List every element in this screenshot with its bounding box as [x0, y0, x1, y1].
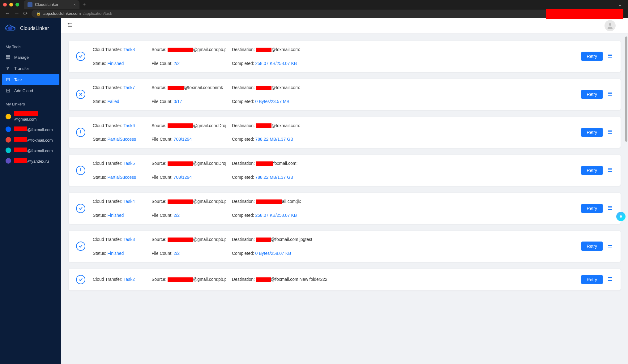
retry-button[interactable]: Retry	[581, 90, 603, 99]
linker-item[interactable]: @foxmail.com	[0, 124, 61, 135]
retry-button[interactable]: Retry	[581, 204, 603, 213]
logo-section[interactable]: CloudsLinker	[0, 18, 61, 39]
task-info: Cloud Transfer: Task4 Source: @gmail.com…	[93, 199, 574, 218]
window-close[interactable]	[3, 3, 7, 6]
nav-label: Task	[14, 77, 23, 82]
task-menu-icon[interactable]	[607, 53, 613, 60]
task-card: Cloud Transfer: Task2 Source: @gmail.com…	[69, 269, 621, 290]
grid-icon	[6, 55, 11, 60]
task-info: Cloud Transfer: Task8 Source: @gmail.com…	[93, 47, 574, 66]
task-actions: Retry	[581, 204, 613, 213]
top-bar	[61, 18, 628, 33]
task-menu-icon[interactable]	[607, 276, 613, 283]
scrollbar-thumb[interactable]	[625, 36, 627, 142]
retry-button[interactable]: Retry	[581, 166, 603, 175]
task-name-link[interactable]: Task2	[123, 277, 135, 282]
collapse-sidebar-icon[interactable]	[67, 23, 72, 29]
browser-tab[interactable]: CloudsLinker ×	[24, 0, 79, 9]
cloud-service-icon	[6, 158, 11, 164]
task-name-link[interactable]: Task5	[123, 161, 135, 166]
linker-item[interactable]: @yandex.ru	[0, 156, 61, 166]
task-status-icon	[76, 275, 85, 284]
retry-button[interactable]: Retry	[581, 128, 603, 137]
task-name-link[interactable]: Task6	[123, 123, 135, 128]
task-destination-cell: Destination: foxmail.com:	[232, 161, 574, 166]
help-bubble[interactable]	[616, 212, 626, 221]
add-cloud-icon	[6, 88, 11, 93]
task-status-cell: Status: Finished	[93, 61, 145, 66]
url-bar[interactable]: 🔒 app.cloudslinker.com/application/task	[32, 10, 623, 18]
linker-item[interactable]: @foxmail.com	[0, 145, 61, 156]
browser-chrome: CloudsLinker × + ⌄ ← → ⟳ 🔒 app.cloudslin…	[0, 0, 628, 18]
task-destination-cell: Destination: ail.com:jlx	[232, 199, 574, 204]
redacted-text	[14, 111, 38, 116]
redacted-text	[168, 277, 193, 282]
task-card: Cloud Transfer: Task3 Source: @gmail.com…	[69, 231, 621, 262]
redacted-text	[168, 86, 184, 90]
task-menu-icon[interactable]	[607, 91, 613, 98]
task-card: Cloud Transfer: Task5 Source: @gmail.com…	[69, 155, 621, 186]
task-menu-icon[interactable]	[607, 205, 613, 212]
sidebar-item-manage[interactable]: Manage	[0, 52, 61, 63]
window-controls	[3, 3, 19, 6]
nav-label: Transfer	[14, 66, 29, 71]
cloud-service-icon	[6, 114, 11, 119]
task-status-cell: Status: Failed	[93, 99, 145, 104]
svg-rect-11	[80, 172, 81, 172]
redacted-text	[168, 161, 193, 166]
window-maximize[interactable]	[15, 3, 19, 6]
task-name-link[interactable]: Task8	[123, 47, 135, 52]
linker-item[interactable]: @foxmail.com	[0, 135, 61, 145]
retry-button[interactable]: Retry	[581, 52, 603, 61]
task-name-link[interactable]: Task4	[123, 199, 135, 204]
task-menu-icon[interactable]	[607, 167, 613, 174]
task-transfer-cell: Cloud Transfer: Task8	[93, 47, 145, 52]
tab-title: CloudsLinker	[35, 2, 58, 7]
sidebar-item-add-cloud[interactable]: Add Cloud	[0, 85, 61, 96]
reload-icon[interactable]: ⟳	[23, 10, 28, 17]
forward-icon[interactable]: →	[14, 10, 19, 17]
task-source-cell: Source: @gmail.com:Dropbox	[152, 161, 226, 166]
section-header-linkers: My Linkers	[0, 96, 61, 109]
sidebar: CloudsLinker My Tools Manage Transfer Ta…	[0, 18, 61, 364]
task-menu-icon[interactable]	[607, 129, 613, 136]
url-path: /application/task	[83, 11, 112, 16]
task-source-cell: Source: @gmail.com:pb.png	[152, 237, 226, 242]
task-destination-cell: Destination: @foxmail.com:jpgtest	[232, 237, 574, 242]
redacted-text	[14, 126, 27, 131]
task-transfer-cell: Cloud Transfer: Task2	[93, 277, 145, 282]
add-tab-icon[interactable]: +	[83, 1, 86, 8]
linker-label: @yandex.ru	[14, 158, 49, 164]
window-minimize[interactable]	[9, 3, 13, 6]
user-avatar[interactable]	[605, 20, 616, 31]
main-content: Cloud Transfer: Task8 Source: @gmail.com…	[61, 18, 628, 364]
task-name-link[interactable]: Task3	[123, 237, 135, 242]
tab-dropdown-icon[interactable]: ⌄	[618, 2, 622, 7]
redacted-text	[256, 123, 271, 128]
retry-button[interactable]: Retry	[581, 275, 603, 284]
sidebar-item-transfer[interactable]: Transfer	[0, 63, 61, 74]
task-card: Cloud Transfer: Task7 Source: @foxmail.c…	[69, 79, 621, 110]
linker-label: @foxmail.com	[14, 137, 53, 143]
task-card: Cloud Transfer: Task6 Source: @gmail.com…	[69, 117, 621, 148]
task-name-link[interactable]: Task7	[123, 85, 135, 90]
close-tab-icon[interactable]: ×	[73, 2, 76, 7]
task-status-icon	[76, 242, 85, 251]
scrollbar[interactable]	[625, 36, 627, 361]
redacted-text	[14, 137, 27, 142]
task-transfer-cell: Cloud Transfer: Task7	[93, 85, 145, 90]
redacted-text	[168, 48, 193, 52]
url-host: app.cloudslinker.com	[43, 11, 81, 16]
task-info: Cloud Transfer: Task5 Source: @gmail.com…	[93, 161, 574, 180]
linker-item[interactable]: @gmail.com	[0, 109, 61, 124]
redacted-text	[256, 86, 271, 90]
task-status-icon	[76, 166, 85, 175]
redacted-area	[546, 9, 623, 19]
task-menu-icon[interactable]	[607, 242, 613, 250]
sidebar-item-task[interactable]: Task	[2, 74, 59, 85]
back-icon[interactable]: ←	[5, 10, 10, 17]
task-source-cell: Source: @gmail.com:Dropbox	[152, 123, 226, 128]
retry-button[interactable]: Retry	[581, 242, 603, 251]
task-completed-cell: Completed: 0 Bytes/23.57 MB	[232, 99, 574, 104]
task-info: Cloud Transfer: Task2 Source: @gmail.com…	[93, 277, 574, 282]
